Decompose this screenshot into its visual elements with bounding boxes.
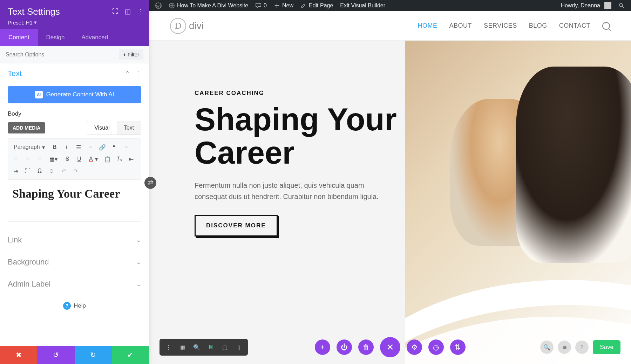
hero-heading[interactable]: Shaping Your Career bbox=[195, 103, 405, 169]
more-options-icon[interactable]: ⋮ bbox=[162, 341, 176, 353]
nav-blog[interactable]: BLOG bbox=[529, 22, 547, 29]
bold-icon[interactable]: B bbox=[49, 142, 60, 153]
preset-selector[interactable]: Preset: H1▾ bbox=[8, 19, 141, 26]
exit-visual-builder[interactable]: Exit Visual Builder bbox=[337, 0, 389, 11]
layers-icon[interactable]: ≋ bbox=[558, 341, 571, 354]
search-options-input[interactable] bbox=[6, 51, 119, 58]
paste-icon[interactable]: 📋 bbox=[102, 153, 113, 165]
help-link[interactable]: ?Help bbox=[0, 295, 149, 317]
hover-icon[interactable]: ◫ bbox=[125, 8, 131, 15]
search-icon[interactable] bbox=[602, 22, 610, 30]
hero-image bbox=[405, 41, 631, 364]
primary-nav: HOME ABOUT SERVICES BLOG CONTACT bbox=[418, 22, 610, 30]
discard-button[interactable]: ✖ bbox=[0, 346, 37, 364]
filter-button[interactable]: +Filter bbox=[119, 49, 143, 60]
site-header: D divi HOME ABOUT SERVICES BLOG CONTACT bbox=[149, 11, 631, 41]
emoji-icon[interactable]: ☺ bbox=[46, 165, 57, 177]
admin-label-section[interactable]: Admin Label⌄ bbox=[0, 273, 149, 295]
align-left-icon[interactable]: ≡ bbox=[121, 142, 132, 153]
numbered-list-icon[interactable]: ≡ bbox=[85, 142, 96, 153]
history-button[interactable]: ◷ bbox=[428, 339, 444, 355]
confirm-button[interactable]: ✔ bbox=[112, 346, 149, 364]
add-module-button[interactable]: + bbox=[315, 339, 330, 355]
new-content[interactable]: New bbox=[270, 0, 297, 11]
site-name[interactable]: How To Make A Divi Website bbox=[165, 0, 252, 11]
help-icon: ? bbox=[63, 302, 71, 310]
strikethrough-icon[interactable]: S bbox=[62, 153, 73, 165]
clear-format-icon[interactable]: Tₓ bbox=[114, 153, 125, 165]
discover-more-button[interactable]: DISCOVER MORE bbox=[195, 215, 278, 236]
zoom-view-icon[interactable]: 🔍 bbox=[190, 341, 204, 353]
tablet-view-icon[interactable]: ▢ bbox=[218, 341, 232, 353]
section-more-icon[interactable]: ⋮ bbox=[135, 70, 141, 77]
bullet-list-icon[interactable]: ☰ bbox=[73, 142, 84, 153]
link-icon[interactable]: 🔗 bbox=[97, 142, 108, 153]
align-right-icon[interactable]: ≡ bbox=[22, 153, 33, 165]
nav-about[interactable]: ABOUT bbox=[449, 22, 472, 29]
import-export-button[interactable]: ⇅ bbox=[450, 339, 466, 355]
text-color-icon[interactable]: A▾ bbox=[86, 153, 101, 165]
text-section-header[interactable]: Text ⌃⋮ bbox=[0, 63, 149, 84]
logo-icon: D bbox=[170, 18, 186, 34]
redo-button[interactable]: ↻ bbox=[75, 346, 112, 364]
table-icon[interactable]: ▦▾ bbox=[46, 153, 61, 165]
special-char-icon[interactable]: Ω bbox=[34, 165, 45, 177]
nav-services[interactable]: SERVICES bbox=[484, 22, 517, 29]
align-justify-icon[interactable]: ≡ bbox=[34, 153, 45, 165]
settings-sidebar: Text Settings Preset: H1▾ ⛶ ◫ ⋮ Content … bbox=[0, 0, 149, 364]
close-builder-button[interactable]: ✕ bbox=[380, 337, 400, 357]
hero-eyebrow: CAREER COACHING bbox=[195, 90, 405, 97]
background-section[interactable]: Background⌄ bbox=[0, 251, 149, 273]
save-button[interactable]: Save bbox=[593, 340, 620, 354]
editor-content[interactable]: Shaping Your Career bbox=[8, 180, 141, 222]
desktop-view-icon[interactable]: 🖥 bbox=[204, 341, 218, 353]
sidebar-resize-handle[interactable]: ⇄ bbox=[144, 177, 156, 189]
phone-view-icon[interactable]: ▯ bbox=[232, 341, 246, 353]
search-builder-icon[interactable]: 🔍 bbox=[540, 341, 554, 354]
undo-icon[interactable]: ↶ bbox=[58, 165, 69, 177]
tab-content[interactable]: Content bbox=[0, 29, 38, 46]
power-button[interactable]: ⏻ bbox=[337, 339, 352, 355]
redo-icon[interactable]: ↷ bbox=[70, 165, 81, 177]
editor-tab-text[interactable]: Text bbox=[117, 121, 141, 135]
nav-home[interactable]: HOME bbox=[418, 22, 437, 29]
tab-advanced[interactable]: Advanced bbox=[73, 29, 116, 46]
page-settings-button[interactable]: ⚙ bbox=[407, 339, 422, 355]
editor-tab-visual[interactable]: Visual bbox=[87, 121, 116, 135]
responsive-icon[interactable]: ⛶ bbox=[112, 8, 118, 15]
add-media-button[interactable]: ADD MEDIA bbox=[8, 122, 45, 133]
help-builder-icon[interactable]: ? bbox=[575, 341, 589, 354]
indent-icon[interactable]: ⇥ bbox=[10, 165, 21, 177]
site-logo[interactable]: D divi bbox=[170, 18, 204, 34]
link-section[interactable]: Link⌄ bbox=[0, 229, 149, 251]
sidebar-footer: ✖ ↺ ↻ ✔ bbox=[0, 346, 149, 364]
edit-page[interactable]: Edit Page bbox=[297, 0, 337, 11]
wp-logo[interactable] bbox=[152, 0, 165, 11]
format-select[interactable]: Paragraph▾ bbox=[10, 142, 48, 153]
collapse-icon[interactable]: ⌃ bbox=[125, 70, 130, 77]
user-greeting[interactable]: Howdy, Deanna bbox=[557, 2, 615, 9]
wp-admin-bar: How To Make A Divi Website 0 New Edit Pa… bbox=[149, 0, 631, 11]
undo-button[interactable]: ↺ bbox=[37, 346, 74, 364]
more-icon[interactable]: ⋮ bbox=[137, 8, 143, 15]
underline-icon[interactable]: U bbox=[74, 153, 85, 165]
comments-link[interactable]: 0 bbox=[252, 0, 270, 11]
builder-canvas: D divi HOME ABOUT SERVICES BLOG CONTACT … bbox=[149, 11, 631, 364]
generate-ai-button[interactable]: AI Generate Content With AI bbox=[8, 86, 141, 103]
chevron-down-icon: ▾ bbox=[34, 19, 37, 26]
ai-icon: AI bbox=[35, 91, 43, 98]
italic-icon[interactable]: I bbox=[61, 142, 72, 153]
svg-point-2 bbox=[619, 4, 623, 7]
align-center-icon[interactable]: ≡ bbox=[10, 153, 21, 165]
fullscreen-icon[interactable]: ⛶ bbox=[22, 165, 33, 177]
settings-tabs: Content Design Advanced bbox=[0, 29, 149, 46]
delete-button[interactable]: 🗑 bbox=[358, 339, 374, 355]
wireframe-view-icon[interactable]: ▦ bbox=[176, 341, 190, 353]
outdent-icon[interactable]: ⇤ bbox=[126, 153, 137, 165]
chevron-down-icon: ⌄ bbox=[136, 258, 141, 266]
builder-bottom-bar: ⋮ ▦ 🔍 🖥 ▢ ▯ + ⏻ 🗑 ✕ ⚙ ◷ ⇅ 🔍 ≋ ? Save bbox=[149, 339, 631, 356]
admin-search-icon[interactable] bbox=[615, 2, 628, 9]
tab-design[interactable]: Design bbox=[38, 29, 73, 46]
nav-contact[interactable]: CONTACT bbox=[559, 22, 590, 29]
quote-icon[interactable]: ❝ bbox=[109, 142, 120, 153]
